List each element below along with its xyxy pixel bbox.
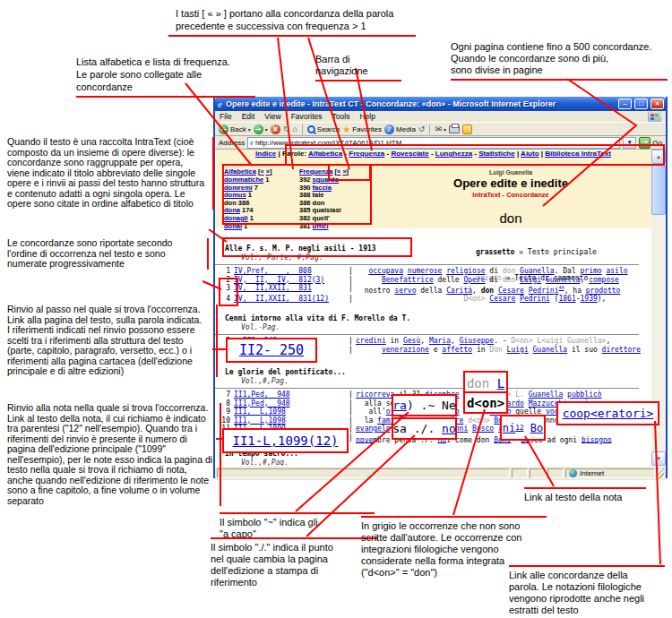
text-link[interactable]: Guanella	[529, 391, 564, 399]
ie-icon: e	[217, 99, 223, 109]
text-link[interactable]: Bo	[530, 422, 543, 434]
concordance-row: 1IV,Pref, , 808| occupava numerose relig…	[215, 267, 639, 276]
passage-reference-link[interactable]: IV, II,XXII, 831	[234, 284, 349, 295]
concordance-row: 2IV, II, IV, 812(3)| Benefattrice delle …	[215, 276, 639, 285]
close-button[interactable]: ×	[650, 99, 664, 109]
concordance-text: credini in Gesù, Maria, Giuseppe. - D<on…	[356, 337, 610, 346]
text-link[interactable]: primo	[581, 267, 602, 275]
text-link[interactable]: numerose	[408, 267, 443, 275]
stop-button[interactable]: ×	[271, 124, 280, 134]
refresh-button[interactable]: ↻	[283, 124, 290, 133]
text-link[interactable]: Pedrini	[520, 295, 550, 303]
go-button[interactable]: → Go	[639, 137, 662, 149]
text-link[interactable]: venerazione	[382, 346, 429, 354]
text-link[interactable]: direttore	[602, 346, 641, 354]
comment-text: don	[467, 376, 497, 391]
text-link[interactable]: Maria	[429, 337, 451, 345]
text-link[interactable]: evangelo	[356, 425, 391, 433]
text-link[interactable]: Cesare	[489, 295, 515, 303]
scroll-up-button[interactable]: ▲	[651, 150, 666, 164]
menu-favorites[interactable]: Favorites	[291, 112, 323, 121]
messenger-button[interactable]	[462, 124, 472, 134]
row-number: 7	[215, 391, 230, 399]
passage-reference-link[interactable]: IV,Pref, , 808	[234, 267, 349, 276]
callout-pagebreak-example: sa ./. no	[392, 417, 457, 440]
text-link[interactable]: credini	[356, 337, 386, 345]
text-link[interactable]: bisogno	[582, 435, 612, 443]
search-button[interactable]: Search	[307, 125, 340, 133]
passage-reference-link[interactable]: IV, II, IV, 812(3)	[234, 276, 349, 285]
maximize-button[interactable]: □	[634, 99, 648, 109]
menu-view[interactable]: View	[264, 112, 280, 121]
concordance-text: occupava numerose religiose di don Guane…	[356, 267, 628, 276]
title-bar[interactable]: e Opere edite e inedite - IntraText CT -…	[215, 97, 666, 111]
section-work-title: Cenni intorno alla vita di F. Morello da…	[215, 314, 639, 323]
text-link[interactable]: ricorreva	[356, 391, 394, 399]
scroll-down-button[interactable]: ▼	[651, 451, 666, 466]
callout-passage-reference: II2- 250	[226, 338, 317, 363]
back-dropdown-icon[interactable]: ▾	[248, 126, 251, 133]
text-link[interactable]: Luigi	[507, 346, 529, 354]
text-link[interactable]: L	[497, 376, 504, 391]
text-link[interactable]: Guanella	[546, 276, 581, 284]
text-link[interactable]: asilo	[606, 267, 627, 275]
address-input[interactable]: e http://www.intratext.com/IXT/ITA0614/D…	[247, 137, 620, 149]
media-button[interactable]: ♪ Media	[384, 124, 416, 134]
text-link[interactable]: religiose	[446, 267, 485, 275]
text-link[interactable]: prodotto	[586, 287, 621, 295]
menu-help[interactable]: Help	[359, 112, 375, 121]
text-link[interactable]: occupava	[368, 267, 403, 275]
text-link[interactable]: 1939	[581, 295, 598, 303]
mail-dropdown-icon[interactable]: ▾	[444, 126, 446, 133]
text-link[interactable]: servo	[394, 287, 416, 295]
forward-dropdown-icon[interactable]: ▾	[265, 126, 268, 133]
passage-reference-link[interactable]: II1, L,1098	[234, 416, 349, 425]
text-link[interactable]: ni	[503, 422, 515, 434]
text-link[interactable]: Pedrini	[529, 287, 559, 295]
back-button[interactable]: ← Back ▾	[219, 124, 251, 134]
history-button[interactable]: ↻	[418, 124, 426, 133]
text-link[interactable]: 1861	[558, 295, 575, 303]
text-link[interactable]: no	[442, 422, 456, 435]
favorites-button[interactable]: ★ Favorites	[342, 124, 382, 134]
menu-tools[interactable]: Tools	[332, 112, 350, 121]
text-link[interactable]: pubblicò	[567, 391, 602, 399]
concordance-text: venerazione e affetto in Don Luigi Guane…	[356, 346, 641, 355]
home-button[interactable]: ⌂	[292, 124, 297, 133]
text-link[interactable]: Gesù	[403, 337, 420, 345]
history-icon: ↻	[418, 124, 426, 133]
text-link[interactable]: Carità	[446, 287, 472, 295]
mail-button[interactable]: ✉ ▾	[435, 124, 446, 133]
passage-reference-link[interactable]: II1, L,1098	[234, 408, 349, 416]
text-link[interactable]: Bosco	[472, 425, 494, 433]
text-link[interactable]: Cesare	[498, 287, 524, 295]
text-link[interactable]: nove	[356, 435, 373, 443]
text-link[interactable]: Benefattrice	[382, 276, 434, 284]
menu-edit[interactable]: Edit	[242, 112, 255, 121]
text-link[interactable]: Guanella	[520, 267, 555, 275]
text-link[interactable]: 12	[515, 424, 523, 432]
forward-button[interactable]: → ▾	[254, 124, 268, 134]
scrollbar-thumb[interactable]	[651, 165, 666, 215]
text-link[interactable]: compose	[589, 276, 619, 284]
text-link[interactable]: Opere	[463, 276, 485, 284]
text-link[interactable]: II1-L,1099(12)	[232, 433, 338, 448]
resize-grip[interactable]	[657, 468, 664, 478]
passage-reference-link[interactable]: IV, II,XXII, 831(12)	[234, 295, 349, 304]
menu-file[interactable]: File	[220, 112, 232, 121]
text-link[interactable]: coop<eratori>	[563, 407, 654, 420]
address-dropdown-button[interactable]: ▼	[623, 137, 636, 149]
text-link[interactable]: Giuseppe	[460, 337, 495, 345]
print-button[interactable]	[449, 125, 460, 133]
text-link[interactable]: Guanella	[533, 346, 568, 354]
concordance-text: la famiglia per seguire d<on> Bosco, si …	[356, 416, 584, 425]
page-icon: e	[250, 139, 254, 147]
passage-reference-link[interactable]: II1,Ped, 948	[234, 399, 349, 408]
text-link[interactable]: II2- 250	[239, 342, 304, 358]
text-link[interactable]: affetto	[442, 346, 472, 354]
minimize-button[interactable]: –	[618, 99, 632, 109]
passage-reference-link[interactable]: II1,Ped, 948	[234, 391, 349, 399]
text-link[interactable]: Luigi	[520, 276, 541, 284]
text-link[interactable]: ra	[392, 399, 407, 412]
annotation-note-link: Link al testo della nota	[524, 487, 646, 503]
